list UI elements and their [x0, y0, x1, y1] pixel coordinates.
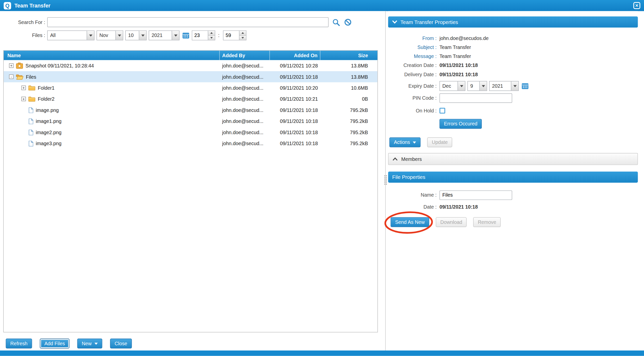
chevron-down-icon	[413, 141, 416, 143]
minute-stepper[interactable]	[223, 31, 247, 41]
row-added-on: 09/11/2021 10:18	[270, 118, 320, 124]
column-header-added-by[interactable]: Added By	[220, 51, 270, 60]
hour-down-icon[interactable]	[208, 35, 215, 40]
splitter-grip-icon	[384, 175, 387, 186]
row-added-on: 09/11/2021 10:18	[270, 74, 320, 80]
hour-stepper[interactable]	[192, 31, 215, 41]
row-added-by: john.doe@secud...	[220, 140, 270, 146]
expiry-day-select[interactable]: 9	[468, 81, 487, 91]
month-select[interactable]: Nov	[96, 31, 123, 41]
row-name: image2.png	[36, 129, 61, 135]
day-select[interactable]: 10	[125, 31, 147, 41]
pin-code-input[interactable]	[440, 93, 512, 103]
on-hold-label: On Hold :	[388, 108, 436, 113]
column-header-added-on[interactable]: Added On	[270, 51, 320, 60]
transfer-properties-title: Team Transfer Properties	[400, 19, 458, 25]
properties-panel: Team Transfer Properties From : john.doe…	[388, 11, 638, 350]
on-hold-checkbox[interactable]	[440, 108, 445, 113]
minute-down-icon[interactable]	[240, 35, 246, 40]
remove-button[interactable]: Remove	[474, 217, 501, 227]
actions-button[interactable]: Actions	[389, 137, 421, 147]
row-added-by: john.doe@secud...	[220, 96, 270, 102]
search-icon[interactable]	[332, 18, 340, 26]
members-section-header[interactable]: Members	[388, 153, 638, 165]
snapshot-icon	[16, 62, 23, 69]
table-row-selected[interactable]: - Files john.doe@secud... 09/11/2021 10:…	[4, 71, 377, 82]
row-added-on: 09/11/2021 10:20	[270, 85, 320, 91]
row-name: Files	[26, 74, 36, 80]
table-row[interactable]: image.png john.doe@secud... 09/11/2021 1…	[4, 104, 377, 115]
table-row[interactable]: + Snapshot 09/11/2021, 10:28:44 john.doe…	[4, 60, 377, 71]
row-added-by: john.doe@secud...	[220, 85, 270, 91]
left-footer-toolbar: Refresh Add Files New Close	[6, 338, 132, 348]
row-size: 795.2kB	[320, 107, 377, 113]
row-size: 10.6MB	[320, 85, 377, 91]
clear-search-icon[interactable]	[344, 18, 352, 26]
file-properties-header: File Properties	[388, 172, 638, 183]
row-name: Folder1	[38, 85, 54, 91]
chevron-up-icon	[392, 157, 398, 161]
expiry-date-label: Expiry Date :	[388, 83, 436, 89]
chevron-down-icon	[139, 31, 146, 40]
file-name-input[interactable]	[440, 190, 512, 200]
subject-value: Team Transfer	[440, 45, 471, 50]
chevron-down-icon	[458, 81, 465, 90]
pin-code-label: PIN Code :	[388, 95, 436, 101]
row-size: 13.8MB	[320, 74, 377, 80]
search-label: Search For :	[0, 19, 47, 25]
calendar-icon[interactable]	[182, 32, 189, 39]
new-button[interactable]: New	[77, 338, 102, 348]
table-row[interactable]: image3.png john.doe@secud... 09/11/2021 …	[4, 138, 377, 149]
expand-toggle[interactable]: +	[22, 97, 26, 101]
table-row[interactable]: + Folder1 john.doe@secud... 09/11/2021 1…	[4, 82, 377, 93]
folder-open-icon	[16, 74, 24, 80]
files-filter-label: Files :	[0, 33, 47, 38]
transfer-properties-header[interactable]: Team Transfer Properties	[388, 17, 638, 28]
row-added-on: 09/11/2021 10:21	[270, 96, 320, 102]
file-icon	[28, 107, 34, 113]
search-input[interactable]	[47, 17, 328, 27]
file-date-value: 09/11/2021 10:18	[440, 204, 478, 210]
window-bottom-bar	[0, 350, 644, 356]
hour-input[interactable]	[192, 31, 208, 40]
expiry-calendar-icon[interactable]	[522, 83, 528, 89]
add-files-button[interactable]: Add Files	[40, 338, 70, 348]
row-size: 795.2kB	[320, 129, 377, 135]
row-name: Folder2	[38, 96, 54, 102]
chevron-down-icon	[172, 31, 179, 40]
expand-toggle[interactable]: +	[9, 63, 14, 68]
table-row[interactable]: + Folder2 john.doe@secud... 09/11/2021 1…	[4, 93, 377, 104]
row-name: image1.png	[36, 118, 61, 124]
year-select[interactable]: 2021	[149, 31, 180, 41]
window-close-icon[interactable]: ✕	[633, 2, 640, 9]
file-type-select[interactable]: All	[47, 31, 94, 41]
file-icon	[28, 129, 34, 135]
hour-up-icon[interactable]	[208, 31, 215, 35]
minute-up-icon[interactable]	[240, 31, 246, 35]
column-header-name[interactable]: Name	[4, 51, 220, 60]
panel-splitter[interactable]	[385, 11, 386, 350]
row-size: 795.2kB	[320, 140, 377, 146]
column-header-size[interactable]: Size	[320, 51, 377, 60]
chevron-down-icon	[94, 342, 98, 344]
expand-toggle[interactable]: +	[22, 86, 26, 90]
update-button[interactable]: Update	[427, 137, 452, 147]
expiry-year-select[interactable]: 2021	[489, 81, 519, 91]
refresh-button[interactable]: Refresh	[6, 338, 32, 348]
row-added-on: 09/11/2021 10:28	[270, 63, 320, 68]
chevron-down-icon	[86, 31, 94, 40]
message-label: Message :	[388, 54, 436, 59]
close-button[interactable]: Close	[110, 338, 132, 348]
row-size: 13.8MB	[320, 63, 377, 68]
file-date-label: Date :	[388, 204, 436, 210]
table-row[interactable]: image2.png john.doe@secud... 09/11/2021 …	[4, 127, 377, 138]
collapse-toggle[interactable]: -	[9, 74, 14, 79]
file-name-label: Name :	[388, 192, 436, 198]
send-as-new-button[interactable]: Send As New	[390, 217, 429, 227]
errors-occured-button[interactable]: Errors Occured	[440, 119, 482, 129]
table-row[interactable]: image1.png john.doe@secud... 09/11/2021 …	[4, 116, 377, 127]
minute-input[interactable]	[224, 31, 239, 40]
from-value: john.doe@secudos.de	[440, 36, 488, 41]
download-button[interactable]: Download	[436, 217, 467, 227]
expiry-month-select[interactable]: Dec	[440, 81, 466, 91]
